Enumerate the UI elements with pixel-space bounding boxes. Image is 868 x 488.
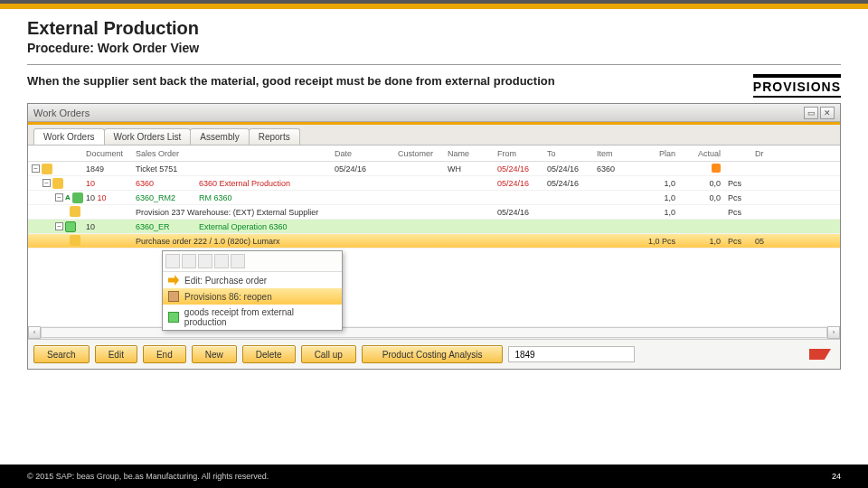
window-title: Work Orders: [33, 108, 90, 118]
description-row: When the supplier sent back the material…: [0, 74, 868, 103]
toolbar-icon[interactable]: [214, 254, 229, 268]
truck-icon: [168, 312, 179, 323]
collapse-icon[interactable]: −: [42, 179, 51, 187]
scroll-left-button[interactable]: ‹: [28, 326, 41, 339]
slide-top-border: [0, 0, 868, 9]
tab-bar: Work Orders Work Orders List Assembly Re…: [28, 125, 840, 145]
toolbar-icon[interactable]: [182, 254, 196, 268]
col-name[interactable]: Name: [444, 149, 494, 158]
toolbar-icon[interactable]: [198, 254, 212, 268]
col-dr[interactable]: Dr: [751, 149, 768, 158]
document-input[interactable]: 1849: [508, 346, 635, 362]
context-menu-provisions-reopen[interactable]: Provisions 86: reopen: [163, 288, 342, 305]
col-actual[interactable]: Actual: [679, 149, 724, 158]
end-button[interactable]: End: [143, 345, 186, 363]
col-to[interactable]: To: [543, 149, 593, 158]
tab-work-orders-list[interactable]: Work Orders List: [104, 128, 192, 145]
col-item[interactable]: Item: [593, 149, 634, 158]
slide-header: External Production Procedure: Work Orde…: [0, 9, 868, 61]
collapse-icon[interactable]: −: [55, 222, 63, 230]
context-menu-goods-receipt[interactable]: goods receipt from external production: [163, 305, 342, 330]
horizontal-scrollbar[interactable]: ‹ ›: [28, 326, 840, 339]
work-orders-window: Work Orders ▭ ✕ Work Orders Work Orders …: [27, 103, 841, 370]
scroll-right-button[interactable]: ›: [827, 326, 840, 339]
side-label-provisions: PROVISIONS: [753, 74, 841, 98]
button-row: Search Edit End New Delete Call up Produ…: [28, 339, 840, 369]
col-sales-order[interactable]: Sales Order: [132, 149, 195, 158]
new-button[interactable]: New: [192, 345, 237, 363]
tab-work-orders[interactable]: Work Orders: [33, 128, 105, 145]
collapse-icon[interactable]: −: [32, 164, 40, 173]
callup-button[interactable]: Call up: [301, 345, 356, 363]
cube-icon: [70, 235, 80, 246]
document-icon: [70, 206, 80, 217]
window-close-button[interactable]: ✕: [820, 107, 835, 119]
arrow-icon: [168, 275, 179, 286]
delete-button[interactable]: Delete: [242, 345, 296, 363]
table-row[interactable]: − 10 6360 6360 External Production 05/24…: [28, 176, 840, 191]
brand-logo-icon: [809, 349, 831, 360]
slide-title: External Production: [27, 18, 841, 39]
search-button[interactable]: Search: [33, 345, 90, 363]
table-row[interactable]: − 1849 Ticket 5751 05/24/16 WH 05/24/16 …: [28, 162, 840, 176]
tab-reports[interactable]: Reports: [249, 128, 300, 145]
col-document[interactable]: Document: [82, 149, 132, 158]
col-from[interactable]: From: [494, 149, 543, 158]
window-restore-button[interactable]: ▭: [804, 107, 818, 119]
table-row[interactable]: − 10 6360_ER External Operation 6360: [28, 220, 840, 234]
product-costing-analysis-button[interactable]: Product Costing Analysis: [362, 345, 504, 363]
context-menu-edit-po[interactable]: Edit: Purchase order: [163, 272, 342, 288]
truck-icon: [65, 221, 76, 232]
cube-icon: [52, 178, 63, 189]
window-titlebar[interactable]: Work Orders ▭ ✕: [28, 104, 840, 122]
scroll-track[interactable]: [41, 327, 827, 338]
collapse-icon[interactable]: −: [55, 193, 63, 202]
context-menu-toolbar: [163, 251, 342, 272]
slide-subtitle: Procedure: Work Order View: [27, 41, 841, 55]
copyright-text: © 2015 SAP: beas Group, be.as Manufactur…: [27, 472, 269, 481]
table-row[interactable]: Provision 237 Warehouse: (EXT) External …: [28, 205, 840, 220]
tab-assembly[interactable]: Assembly: [190, 128, 249, 145]
cube-icon: [72, 192, 83, 203]
slide-description: When the supplier sent back the material…: [27, 74, 742, 88]
col-date[interactable]: Date: [331, 149, 394, 158]
slide-footer: © 2015 SAP: beas Group, be.as Manufactur…: [0, 465, 868, 488]
toolbar-icon[interactable]: [165, 254, 180, 268]
box-icon: [168, 291, 179, 302]
header-divider: [27, 64, 841, 65]
col-customer[interactable]: Customer: [394, 149, 444, 158]
edit-button[interactable]: Edit: [95, 345, 137, 363]
cube-icon: [42, 164, 52, 174]
flag-icon: [712, 164, 721, 173]
table-row-selected[interactable]: Purchase order 222 / 1.0 (820c) Lumarx 1…: [28, 234, 840, 249]
page-number: 24: [832, 472, 841, 481]
column-headers: Document Sales Order Date Customer Name …: [28, 145, 840, 162]
context-menu: Edit: Purchase order Provisions 86: reop…: [162, 250, 343, 331]
toolbar-icon[interactable]: [231, 254, 245, 268]
col-plan[interactable]: Plan: [634, 149, 679, 158]
grid-area: Document Sales Order Date Customer Name …: [28, 145, 840, 339]
table-row[interactable]: −A 10 10 6360_RM2 RM 6360 1,0 0,0 Pcs: [28, 191, 840, 205]
